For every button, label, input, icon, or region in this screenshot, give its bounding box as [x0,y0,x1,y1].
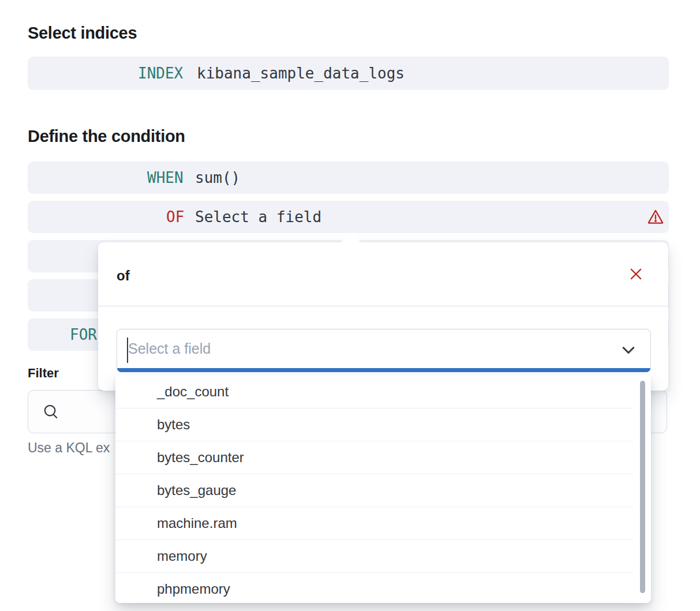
select-indices-title: Select indices [28,24,137,43]
filter-label: Filter [28,366,59,381]
index-value: kibana_sample_data_logs [197,57,405,90]
of-keyword: OF [166,201,184,233]
combobox-focus-underline [117,368,650,372]
popover-header-divider [98,306,668,306]
warning-icon [647,208,664,226]
field-option[interactable]: bytes_counter [115,441,651,474]
list-scrollbar[interactable] [640,381,645,593]
when-value: sum() [195,162,240,194]
of-expression-bar[interactable]: OF Select a field [28,201,669,233]
of-value: Select a field [195,201,321,233]
index-expression-bar[interactable]: INDEX kibana_sample_data_logs [28,57,669,90]
field-option[interactable]: bytes_gauge [115,474,651,507]
of-popover: of [98,242,668,391]
field-option[interactable]: _doc_count [115,375,651,408]
field-options-list: _doc_count bytes bytes_counter bytes_gau… [115,375,651,603]
field-combobox-input[interactable] [117,329,650,372]
chevron-down-icon[interactable] [620,342,637,359]
when-expression-bar[interactable]: WHEN sum() [28,162,669,194]
search-icon [42,403,60,421]
define-condition-title: Define the condition [28,127,185,146]
field-option[interactable]: phpmemory [115,572,651,603]
field-combobox[interactable] [117,329,651,372]
index-keyword: INDEX [138,57,183,90]
popover-title: of [117,268,130,284]
popover-arrow [340,233,362,254]
field-option[interactable]: bytes [115,408,651,441]
text-caret [127,338,128,363]
field-option[interactable]: machine.ram [115,507,651,539]
kql-helper-text: Use a KQL ex [28,440,110,456]
field-option[interactable]: memory [115,539,651,572]
close-icon[interactable] [627,265,645,283]
when-keyword: WHEN [147,162,184,194]
